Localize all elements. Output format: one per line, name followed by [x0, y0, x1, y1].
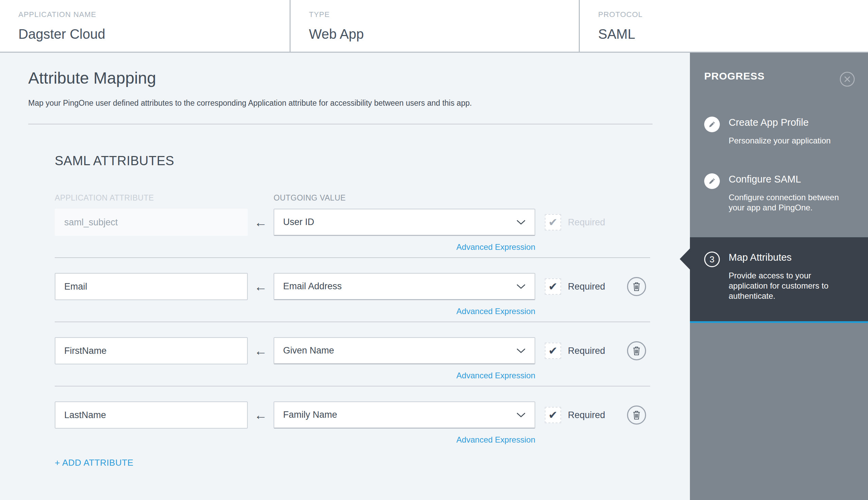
trash-icon	[632, 282, 641, 291]
checkmark-icon: ✔	[549, 345, 558, 356]
page-title: Attribute Mapping	[28, 69, 690, 88]
outgoing-value-select[interactable]: Family Name	[274, 401, 535, 429]
outgoing-value-select[interactable]: Email Address	[274, 273, 535, 300]
type-label: TYPE	[309, 10, 579, 19]
step-subtitle: Configure connection between your app an…	[729, 192, 843, 213]
type-value: Web App	[309, 26, 579, 42]
step-title: Configure SAML	[729, 173, 843, 185]
column-labels: APPLICATION ATTRIBUTE OUTGOING VALUE	[55, 193, 650, 203]
outgoing-value-selected: Email Address	[283, 281, 342, 292]
divider	[55, 321, 650, 322]
header-field-protocol: PROTOCOL SAML	[579, 0, 868, 52]
required-checkbox: ✔	[545, 214, 561, 230]
required-checkbox[interactable]: ✔	[545, 279, 561, 295]
required-control: ✔ Required	[545, 407, 605, 423]
saml-attributes-section: SAML ATTRIBUTES APPLICATION ATTRIBUTE OU…	[55, 153, 650, 468]
app-header: APPLICATION NAME Dagster Cloud TYPE Web …	[0, 0, 868, 53]
divider	[28, 124, 652, 124]
step-subtitle: Personalize your application	[729, 136, 843, 146]
required-control: ✔ Required	[545, 343, 605, 359]
attribute-row-firstname: ← Given Name ✔ Required Advanced Express…	[55, 337, 650, 386]
column-label-outgoing-value: OUTGOING VALUE	[274, 193, 346, 203]
outgoing-value-selected: Family Name	[283, 410, 337, 420]
chevron-down-icon	[516, 219, 526, 225]
delete-attribute-button[interactable]	[627, 277, 646, 296]
arrow-left-icon: ←	[254, 344, 267, 357]
add-attribute-button[interactable]: + ADD ATTRIBUTE	[55, 457, 134, 468]
application-attribute-input[interactable]	[55, 273, 248, 300]
delete-attribute-button[interactable]	[627, 406, 646, 424]
application-attribute-input[interactable]	[55, 337, 248, 364]
required-checkbox[interactable]: ✔	[545, 407, 561, 423]
attribute-row-email: ← Email Address ✔ Required Advanced Expr…	[55, 273, 650, 322]
required-control: ✔ Required	[545, 279, 605, 295]
active-step-content: 3 Map Attributes Provide access to your …	[704, 251, 843, 301]
chevron-down-icon	[516, 284, 526, 289]
progress-step-configure-saml: Configure SAML Configure connection betw…	[704, 173, 843, 213]
pencil-icon	[704, 117, 720, 132]
step-title: Map Attributes	[729, 251, 843, 263]
checkmark-icon: ✔	[549, 217, 558, 228]
progress-step-create-app-profile: Create App Profile Personalize your appl…	[704, 117, 843, 146]
required-label: Required	[568, 282, 605, 292]
outgoing-value-select[interactable]: Given Name	[274, 337, 535, 364]
header-field-application-name: APPLICATION NAME Dagster Cloud	[0, 0, 289, 52]
attribute-row-saml-subject: ← User ID ✔ Required Advanced Expression	[55, 209, 650, 258]
attribute-row-lastname: ← Family Name ✔ Required Advanced Expres…	[55, 401, 650, 446]
outgoing-value-selected: User ID	[283, 217, 315, 227]
close-icon[interactable]	[840, 71, 855, 87]
chevron-down-icon	[516, 348, 526, 353]
advanced-expression-link[interactable]: Advanced Expression	[456, 371, 535, 380]
required-checkbox[interactable]: ✔	[545, 343, 561, 359]
header-field-type: TYPE Web App	[289, 0, 579, 52]
divider	[55, 257, 650, 258]
page-description: Map your PingOne user defined attributes…	[28, 98, 690, 108]
application-attribute-input[interactable]	[55, 401, 248, 429]
application-attribute-input	[55, 209, 248, 236]
required-label: Required	[568, 217, 605, 228]
checkmark-icon: ✔	[549, 410, 558, 420]
delete-attribute-button[interactable]	[627, 341, 646, 360]
required-label: Required	[568, 410, 605, 420]
divider	[55, 386, 650, 386]
advanced-expression-link[interactable]: Advanced Expression	[456, 435, 535, 444]
progress-title: PROGRESS	[704, 70, 765, 82]
progress-sidebar: PROGRESS Create App Profile Personalize …	[690, 53, 868, 500]
arrow-left-icon: ←	[254, 216, 267, 229]
advanced-expression-link[interactable]: Advanced Expression	[456, 242, 535, 251]
column-label-application-attribute: APPLICATION ATTRIBUTE	[55, 193, 274, 203]
step-subtitle: Provide access to your application for c…	[729, 271, 843, 301]
progress-step-map-attributes: 3 Map Attributes Provide access to your …	[690, 237, 868, 323]
outgoing-value-selected: Given Name	[283, 345, 334, 356]
attribute-mapping-panel: Attribute Mapping Map your PingOne user …	[0, 53, 690, 500]
advanced-expression-link[interactable]: Advanced Expression	[456, 307, 535, 316]
outgoing-value-select[interactable]: User ID	[274, 209, 535, 236]
active-step-notch	[680, 249, 690, 270]
trash-icon	[632, 346, 641, 355]
required-label: Required	[568, 346, 605, 356]
chevron-down-icon	[516, 412, 526, 418]
protocol-value: SAML	[598, 26, 868, 42]
arrow-left-icon: ←	[254, 280, 267, 293]
protocol-label: PROTOCOL	[598, 10, 868, 19]
checkmark-icon: ✔	[549, 281, 558, 292]
pencil-icon	[704, 173, 720, 189]
application-name-label: APPLICATION NAME	[18, 10, 289, 19]
trash-icon	[632, 410, 641, 420]
step-number-badge: 3	[704, 251, 720, 267]
section-title: SAML ATTRIBUTES	[55, 153, 650, 169]
required-control: ✔ Required	[545, 214, 605, 230]
application-name-value: Dagster Cloud	[18, 26, 289, 42]
step-title: Create App Profile	[729, 117, 843, 128]
arrow-left-icon: ←	[254, 409, 267, 421]
